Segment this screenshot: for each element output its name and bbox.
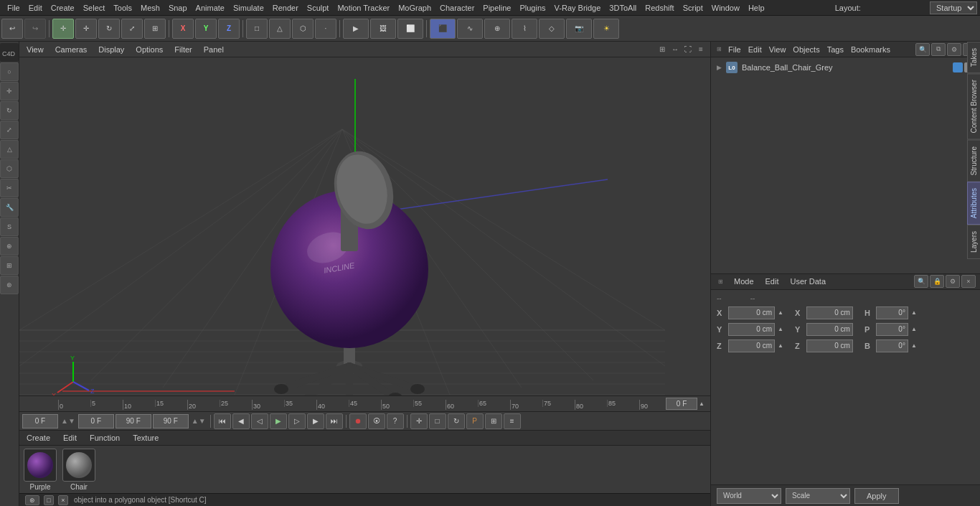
transport-start-frame[interactable]	[78, 414, 114, 428]
vp-icon-1[interactable]: ⊞	[657, 44, 667, 55]
obj-menu-file[interactable]: File	[725, 44, 744, 55]
transport-snap-scale[interactable]: ↻	[448, 413, 465, 429]
scale-tool-btn[interactable]: ⤢	[121, 19, 143, 39]
transport-end-frame[interactable]	[116, 414, 151, 428]
status-icon-2[interactable]: □	[44, 495, 54, 505]
attr-apply-button[interactable]: Apply	[854, 488, 899, 504]
vp-menu-view[interactable]: View	[24, 44, 47, 55]
menu-help[interactable]: Help	[744, 2, 769, 14]
render-picture-btn[interactable]: 🖼	[370, 19, 396, 39]
transport-record-mode[interactable]: P	[466, 413, 484, 429]
sidebar-grid-btn[interactable]: ⊞	[0, 256, 19, 275]
render-region-btn[interactable]: ⬜	[397, 19, 423, 39]
sidebar-select-btn[interactable]: ○	[0, 62, 19, 81]
menu-tools[interactable]: Tools	[109, 2, 136, 14]
attr-x-pos-arrow[interactable]: ▲	[778, 309, 783, 316]
menu-simulate[interactable]: Simulate	[229, 2, 268, 14]
obj-menu-tags[interactable]: Tags	[824, 44, 847, 55]
sidebar-knife-btn[interactable]: ✂	[0, 179, 19, 197]
menu-select[interactable]: Select	[79, 2, 110, 14]
vp-icon-4[interactable]: ≡	[696, 44, 706, 55]
attr-x-pos-input[interactable]	[728, 306, 775, 319]
menu-redshift[interactable]: Redshift	[641, 2, 678, 14]
vp-menu-panel[interactable]: Panel	[201, 44, 227, 55]
vp-menu-options[interactable]: Options	[133, 44, 166, 55]
obj-menu-objects[interactable]: Objects	[790, 44, 822, 55]
attr-z-pos-input[interactable]	[728, 339, 775, 352]
menu-character[interactable]: Character	[435, 2, 479, 14]
layout-select[interactable]: Startup	[930, 1, 977, 14]
transport-record-btn[interactable]: ⏺	[349, 413, 367, 429]
material-chair[interactable]: Chair	[62, 449, 95, 491]
vp-menu-cameras[interactable]: Cameras	[52, 44, 90, 55]
menu-create[interactable]: Create	[47, 2, 79, 14]
obj-menu-edit[interactable]: Edit	[745, 44, 765, 55]
menu-sculpt[interactable]: Sculpt	[303, 2, 334, 14]
timeline-frame-input[interactable]	[666, 398, 697, 410]
material-menu-texture[interactable]: Texture	[130, 433, 161, 443]
attr-p-arrow[interactable]: ▲	[911, 326, 917, 332]
x-axis-btn[interactable]: X	[172, 19, 194, 39]
transport-step-frame[interactable]	[153, 414, 189, 428]
attr-z-pos-arrow[interactable]: ▲	[778, 342, 783, 349]
transport-prev-frame[interactable]: ◀	[232, 413, 250, 429]
redo-btn[interactable]: ↪	[24, 19, 46, 39]
attr-menu-edit[interactable]: Edit	[763, 276, 782, 286]
status-icon-1[interactable]: ⊛	[25, 495, 39, 505]
timeline-ruler[interactable]: 0 5 10 15 20 25 30 35 40 45 50 55 60 65 …	[19, 395, 710, 411]
attr-b-arrow[interactable]: ▲	[911, 342, 917, 349]
attr-y-rot-input[interactable]	[806, 323, 853, 336]
obj-row-balance-ball[interactable]: ▶ L0 Balance_Ball_Chair_Grey	[714, 60, 977, 75]
sidebar-scale-btn[interactable]: ⤢	[0, 121, 19, 139]
sidebar-weld-btn[interactable]: ⊕	[0, 237, 19, 256]
menu-script[interactable]: Script	[679, 2, 707, 14]
menu-mesh[interactable]: Mesh	[136, 2, 164, 14]
sidebar-magnet-btn[interactable]: 🔧	[0, 198, 19, 217]
attr-close-icon[interactable]: ×	[961, 275, 976, 288]
select-tool-btn[interactable]: ✛	[52, 19, 74, 39]
nurbs-btn[interactable]: ⊕	[484, 19, 510, 39]
object-mode-btn[interactable]: □	[246, 19, 268, 39]
menu-plugins[interactable]: Plugins	[515, 2, 550, 14]
attr-menu-userdata[interactable]: User Data	[788, 276, 829, 286]
menu-file[interactable]: File	[3, 2, 24, 14]
y-axis-btn[interactable]: Y	[195, 19, 217, 39]
attr-menu-mode[interactable]: Mode	[731, 276, 757, 286]
sidebar-rotate-btn[interactable]: ↻	[0, 101, 19, 120]
sidebar-paint-btn[interactable]: S	[0, 217, 19, 236]
transport-goto-end[interactable]: ⏭	[326, 413, 343, 429]
obj-settings-icon[interactable]: ⚙	[947, 43, 961, 56]
vp-icon-3[interactable]: ⛶	[683, 44, 693, 55]
menu-edit[interactable]: Edit	[24, 2, 47, 14]
polygon-mode-btn[interactable]: △	[269, 19, 291, 39]
spline-btn[interactable]: ∿	[457, 19, 483, 39]
camera-btn[interactable]: 📷	[566, 19, 592, 39]
attr-y-pos-arrow[interactable]: ▲	[778, 326, 783, 332]
tab-content-browser[interactable]: Content Browser	[967, 73, 980, 139]
transport-next-keyframe[interactable]: ▷	[288, 413, 306, 429]
menu-vray-bridge[interactable]: V-Ray Bridge	[550, 2, 606, 14]
material-menu-create[interactable]: Create	[24, 433, 53, 443]
transport-play-btn[interactable]: ▶	[270, 413, 287, 429]
transport-auto-keyframe[interactable]: ⦿	[368, 413, 385, 429]
attr-z-rot-input[interactable]	[806, 339, 853, 352]
menu-snap[interactable]: Snap	[164, 2, 192, 14]
transport-timeline-mode[interactable]: ≡	[504, 413, 521, 429]
material-menu-edit[interactable]: Edit	[60, 433, 80, 443]
attr-world-dropdown[interactable]: World	[717, 488, 781, 504]
tab-attributes[interactable]: Attributes	[967, 182, 980, 225]
transport-current-frame[interactable]	[22, 414, 58, 428]
obj-search-icon[interactable]: 🔍	[915, 43, 930, 56]
transport-help-btn[interactable]: ?	[387, 413, 404, 429]
rotate-tool-btn[interactable]: ↻	[98, 19, 120, 39]
obj-badge-visibility[interactable]	[953, 62, 963, 72]
vp-menu-filter[interactable]: Filter	[171, 44, 194, 55]
timeline-arrow-up[interactable]: ▲	[699, 400, 705, 407]
transport-playback-mode[interactable]: ⊞	[485, 413, 502, 429]
attr-scale-dropdown[interactable]: Scale	[786, 488, 850, 504]
menu-window[interactable]: Window	[707, 2, 744, 14]
tab-layers[interactable]: Layers	[967, 225, 980, 259]
attr-settings-icon[interactable]: ⚙	[946, 275, 960, 288]
menu-3dtoall[interactable]: 3DToAll	[605, 2, 641, 14]
obj-menu-bookmarks[interactable]: Bookmarks	[848, 44, 893, 55]
